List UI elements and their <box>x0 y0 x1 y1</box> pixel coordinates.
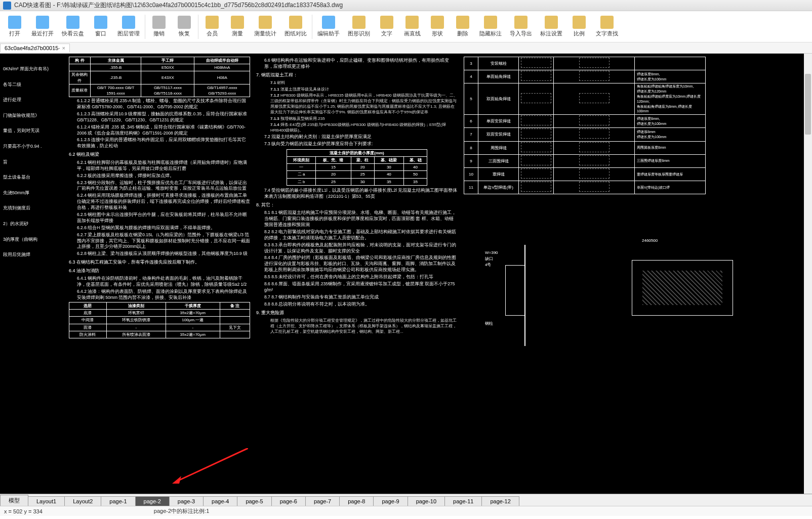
tab-label: 63c0ae4fa2d7b00015· <box>5 45 60 51</box>
layout-tab-page-1[interactable]: page-1 <box>101 496 135 506</box>
toolbar-文字[interactable]: 文字 <box>374 15 399 38</box>
cover-thickness-table: 混凝土保护层的最小厚度(mm)环境类别板、壳、墙梁、柱基、础梁基、础一15203… <box>287 149 428 186</box>
section-7-3: 7.3 纵向受力钢筋的混凝土保护层厚度应符合下列要求: <box>264 141 458 147</box>
layout-tab-page-8[interactable]: page-8 <box>339 496 374 506</box>
document-tabbar: 63c0ae4fa2d7b00015· × <box>0 42 812 54</box>
layout-tab-page-12[interactable]: page-12 <box>481 496 519 506</box>
layout-tab-page-6[interactable]: page-6 <box>271 496 306 506</box>
section-7: 7. 钢筋混凝土工程： <box>256 72 458 78</box>
layout-tab-Layout2[interactable]: Layout2 <box>64 496 101 506</box>
drawing-canvas[interactable]: 0KN/m² 屋面允许有吊)各等二级进行处理门物架验收规范》量值，另则对无误只要… <box>0 54 812 494</box>
layout-tab-page-10[interactable]: page-10 <box>408 496 445 506</box>
toolbar-测量[interactable]: 测量 <box>225 15 250 38</box>
section-7-4: 7.4 受拉钢筋的最小搭接长度L1l，以及受压钢筋的最小搭接长度L2l 见混凝土… <box>264 188 458 200</box>
spec-column-2: 6.6 钢结构构件在运输和安装进程中，应防止磕碰、变形和图弹锈结锈对损伤，有用损… <box>253 54 461 494</box>
toolbar-窗口[interactable]: 窗口 <box>88 15 113 38</box>
section-7-2: 7.2 混凝土结构的耐火类别：混凝土保护层厚度应满足 <box>264 134 458 140</box>
layout-tab-Layout1[interactable]: Layout1 <box>28 496 65 506</box>
toolbar-图形识别[interactable]: 图形识别 <box>344 15 374 38</box>
toolbar-图层管理[interactable]: 图层管理 <box>113 15 144 38</box>
toolbar-最近打开[interactable]: 最近打开 <box>27 15 58 38</box>
layout-tab-模型[interactable]: 模型 <box>0 495 28 506</box>
toolbar-画直线[interactable]: 画直线 <box>399 15 425 38</box>
paint-table: 选层油漆类别干膜厚度备 注底漆环氧富锌35x2遍=70μm中间漆环氧云铁防锈漆1… <box>69 302 250 338</box>
section-9-text: 根据《危险性较大的分部分项工程安全管理规定》，施工过程中的危险性较大的分部分项工… <box>270 318 458 335</box>
toolbar-标注设置[interactable]: 标注设置 <box>536 15 566 38</box>
toolbar-形状[interactable]: 形状 <box>425 15 450 38</box>
toolbar-会员[interactable]: 会员 <box>199 15 225 38</box>
layout-tabs: 模型Layout1Layout2page-1page-2page-3page-4… <box>0 494 812 506</box>
coordinates: x = 502 y = 334 <box>4 508 43 514</box>
main-toolbar: 打开最近打开快看云盘窗口图层管理撤销恢复会员测量测量统计图纸对比编辑助手图形识别… <box>0 11 812 42</box>
weld-symbol-table: 3安装螺栓4单面贴角焊缝焊缝厚度8mm, 焊缝长度为100mm5双面贴角焊缝角板… <box>464 57 706 194</box>
toolbar-文字查找[interactable]: 文字查找 <box>592 15 622 38</box>
toolbar-比例[interactable]: 比例 <box>566 15 592 38</box>
layout-tab-page-7[interactable]: page-7 <box>305 496 340 506</box>
toolbar-删除[interactable]: 删除 <box>450 15 475 38</box>
toolbar-导入导出[interactable]: 导入导出 <box>506 15 536 38</box>
layout-tab-page-3[interactable]: page-3 <box>169 496 204 506</box>
spec-column-1: 构 件主体金属手工焊自动焊或半自动焊.355-BE50XXH08MnA其余钢构件… <box>66 54 253 494</box>
vertical-scrollbar[interactable] <box>804 54 812 494</box>
section-6-6: 6.6 钢结构构件在运输和安装进程中，应防止磕碰、变形和图弹锈结锈对损伤，有用损… <box>264 58 458 70</box>
window-title: CAD快速看图 - F:\韩城绿碳产业图纸\结构图\12\63c0ae4fa2d… <box>14 1 343 10</box>
material-table: 构 件主体金属手工焊自动焊或半自动焊.355-BE50XXH08MnA其余钢构件… <box>69 57 250 97</box>
layout-tab-page-4[interactable]: page-4 <box>203 496 237 506</box>
toolbar-打开[interactable]: 打开 <box>2 15 27 38</box>
toolbar-图纸对比[interactable]: 图纸对比 <box>280 15 311 38</box>
toolbar-撤销[interactable]: 撤销 <box>146 15 172 38</box>
toolbar-恢复[interactable]: 恢复 <box>172 15 197 38</box>
toolbar-快看云盘[interactable]: 快看云盘 <box>58 15 88 38</box>
section-8: 8. 其它： <box>256 202 458 208</box>
layout-tab-page-2[interactable]: page-2 <box>135 496 170 506</box>
section-6-3: 6.3 在钢结构工程施工安装中，所有零件连接先应按后顺下制作。 <box>69 259 250 266</box>
app-icon <box>3 2 11 10</box>
layout-tab-page-9[interactable]: page-9 <box>373 496 408 506</box>
toolbar-编辑助手[interactable]: 编辑助手 <box>313 15 344 38</box>
left-text-fragments: 0KN/m² 屋面允许有吊)各等二级进行处理门物架验收规范》量值，另则对无误只要… <box>0 54 66 494</box>
scale-info: page-2中的标注比例:1 <box>154 507 209 515</box>
close-icon[interactable]: × <box>62 45 65 51</box>
section-6-4: 6.4 油漆与消防 <box>69 268 250 274</box>
layout-tab-page-5[interactable]: page-5 <box>237 496 271 506</box>
column-base-detail: 2460500 钢柱 W=390 缺口 4号 <box>524 245 706 346</box>
window-titlebar: CAD快速看图 - F:\韩城绿碳产业图纸\结构图\12\63c0ae4fa2d… <box>0 0 812 11</box>
scrollbar-thumb[interactable] <box>805 74 811 135</box>
toolbar-隐藏标注[interactable]: 隐藏标注 <box>475 15 506 38</box>
layout-tab-page-11[interactable]: page-11 <box>444 496 482 506</box>
section-9: 9. 重大危险源 <box>256 310 458 316</box>
status-bar: x = 502 y = 334 page-2中的标注比例:1 <box>0 506 812 516</box>
toolbar-测量统计[interactable]: 测量统计 <box>250 15 280 38</box>
document-tab[interactable]: 63c0ae4fa2d7b00015· × <box>0 44 70 52</box>
detail-column: 3安装螺栓4单面贴角焊缝焊缝厚度8mm, 焊缝长度为100mm5双面贴角焊缝角板… <box>461 54 709 494</box>
section-6-2: 6.2 钢柱及钢梁 <box>69 151 250 158</box>
